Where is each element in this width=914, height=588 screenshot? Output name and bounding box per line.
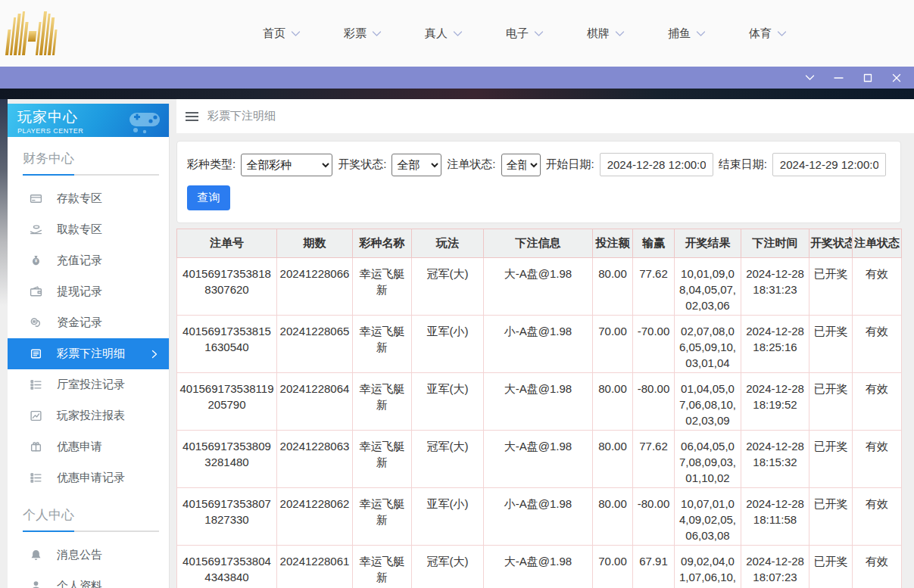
sidebar-item-player-bet-report-label: 玩家投注报表 [57, 409, 125, 423]
cell-order_status: 有效 [853, 258, 902, 316]
cell-order_no: 401569173538093281480 [177, 431, 277, 488]
sidebar-item-promo-apply-label: 优惠申请 [57, 440, 102, 454]
window-maximize-button[interactable] [862, 72, 873, 83]
content-area: 玩家中心 PLAYERS CENTER 财务中心存款专区取款专区¥充值记录提现记… [0, 99, 914, 588]
end-date-input[interactable] [772, 153, 886, 176]
cell-bet_amount: 80.00 [593, 373, 633, 431]
table-row: 40156917353811920579020241228064幸运飞艇新亚军(… [177, 373, 902, 431]
chevron-down-icon [696, 30, 706, 37]
table-header-row: 注单号期数彩种名称玩法下注信息投注额输赢开奖结果下注时间开奖状态注单状态 [177, 229, 902, 258]
sidebar-item-withdrawal-records[interactable]: 提现记录 [8, 276, 169, 307]
nav-home[interactable]: 首页 [263, 26, 301, 41]
cell-order_no: 401569173538151630540 [177, 316, 277, 373]
cell-draw_status: 已开奖 [809, 316, 853, 373]
sidebar-item-messages[interactable]: 消息公告 [8, 540, 169, 571]
chevron-down-icon [372, 30, 382, 37]
col-header-bet_amount: 投注额 [593, 229, 633, 258]
site-logo[interactable]: H GAME [8, 11, 216, 55]
sidebar-item-player-bet-report[interactable]: 玩家投注报表 [8, 400, 169, 431]
person-icon [30, 580, 42, 588]
cell-order_status: 有效 [853, 546, 902, 588]
cell-period: 20241228061 [277, 546, 353, 588]
nav-slots[interactable]: 电子 [506, 26, 544, 41]
section-underline [23, 530, 159, 532]
cell-draw_result: 10,01,09,08,04,05,07,02,03,06 [675, 258, 741, 316]
wallet-icon [30, 285, 42, 298]
search-button[interactable]: 查询 [187, 185, 230, 210]
sidebar-header: 玩家中心 PLAYERS CENTER [8, 104, 169, 137]
cell-draw_status: 已开奖 [809, 431, 853, 488]
chevron-right-icon [151, 350, 158, 359]
chart-icon [30, 409, 42, 422]
chevron-down-icon [534, 30, 544, 37]
sidebar-item-profile[interactable]: 个人资料 [8, 571, 169, 588]
cell-bet_time: 2024-12-28 18:19:52 [741, 373, 809, 431]
cell-play: 亚军(小) [412, 488, 484, 546]
sidebar-item-fund-records[interactable]: 资金记录 [8, 307, 169, 338]
draw-status-label: 开奖状态: [338, 157, 386, 172]
cell-order_no: 401569173538071827330 [177, 488, 277, 546]
nav-fishing-label: 捕鱼 [668, 26, 691, 41]
cell-bet_time: 2024-12-28 18:15:32 [741, 431, 809, 488]
chevron-down-icon [615, 30, 625, 37]
sidebar-item-recharge-records[interactable]: ¥充值记录 [8, 245, 169, 276]
cell-period: 20241228062 [277, 488, 353, 546]
order-status-label: 注单状态: [447, 157, 495, 172]
col-header-lottery_name: 彩种名称 [353, 229, 412, 258]
lottery-type-label: 彩种类型: [187, 157, 236, 172]
sidebar-section-heading: 财务中心 [23, 150, 169, 167]
window-close-button[interactable] [891, 72, 902, 83]
lottery-type-select[interactable]: 全部彩种 [241, 154, 332, 176]
chevron-down-icon [291, 30, 301, 37]
sidebar-item-deposit[interactable]: 存款专区 [8, 183, 169, 214]
sidebar-item-lottery-bet-details-label: 彩票下注明细 [57, 347, 125, 361]
cell-play: 冠军(大) [412, 431, 484, 488]
cell-bet_amount: 70.00 [593, 316, 633, 373]
col-header-draw_result: 开奖结果 [675, 229, 741, 258]
bets-table: 注单号期数彩种名称玩法下注信息投注额输赢开奖结果下注时间开奖状态注单状态 401… [176, 229, 902, 588]
sidebar: 玩家中心 PLAYERS CENTER 财务中心存款专区取款专区¥充值记录提现记… [8, 104, 170, 588]
cell-lottery_name: 幸运飞艇新 [353, 546, 412, 588]
nav-lottery[interactable]: 彩票 [344, 26, 382, 41]
sidebar-item-messages-label: 消息公告 [57, 548, 102, 562]
table-row: 40156917353818830762020241228066幸运飞艇新冠军(… [177, 258, 902, 316]
menu-toggle-icon[interactable] [186, 111, 198, 122]
sidebar-item-hall-bet-records[interactable]: 厅室投注记录 [8, 369, 169, 400]
gift-icon [30, 440, 42, 453]
nav-live[interactable]: 真人 [425, 26, 463, 41]
sidebar-item-lottery-bet-details[interactable]: 彩票下注明细 [8, 338, 169, 369]
cell-draw_status: 已开奖 [809, 373, 853, 431]
section-underline [23, 174, 159, 176]
cell-bet_info: 大-A盘@1.98 [484, 431, 593, 488]
cell-period: 20241228064 [277, 373, 353, 431]
col-header-order_status: 注单状态 [853, 229, 902, 258]
sidebar-item-promo-apply[interactable]: 优惠申请 [8, 431, 169, 462]
cell-order_status: 有效 [853, 431, 902, 488]
order-status-select[interactable]: 全部 [501, 154, 541, 176]
cell-lottery_name: 幸运飞艇新 [353, 431, 412, 488]
cell-period: 20241228066 [277, 258, 353, 316]
cell-lottery_name: 幸运飞艇新 [353, 488, 412, 546]
logo-text: H GAME [60, 21, 216, 55]
window-minimize-button[interactable] [833, 72, 844, 83]
cell-play: 冠军(大) [412, 546, 484, 588]
start-date-input[interactable] [600, 153, 713, 176]
sidebar-item-withdraw[interactable]: 取款专区 [8, 214, 169, 245]
cell-order_no: 401569173538188307620 [177, 258, 277, 316]
sidebar-item-promo-apply-records[interactable]: 优惠申请记录 [8, 462, 169, 493]
cell-bet_amount: 70.00 [593, 546, 633, 588]
cell-win_loss: -70.00 [633, 316, 675, 373]
nav-fishing[interactable]: 捕鱼 [668, 26, 706, 41]
nav-slots-label: 电子 [506, 26, 529, 41]
page-title: 彩票下注明细 [207, 109, 276, 123]
table-row: 40156917353804434384020241228061幸运飞艇新冠军(… [177, 546, 902, 588]
nav-live-label: 真人 [425, 26, 448, 41]
window-dropdown-button[interactable] [804, 72, 816, 83]
cell-lottery_name: 幸运飞艇新 [353, 373, 412, 431]
nav-sports[interactable]: 体育 [749, 26, 787, 41]
cell-draw_status: 已开奖 [809, 258, 853, 316]
left-edge-decoration [0, 99, 8, 417]
nav-chess[interactable]: 棋牌 [587, 26, 625, 41]
draw-status-select[interactable]: 全部 [391, 154, 441, 176]
cell-period: 20241228065 [277, 316, 353, 373]
